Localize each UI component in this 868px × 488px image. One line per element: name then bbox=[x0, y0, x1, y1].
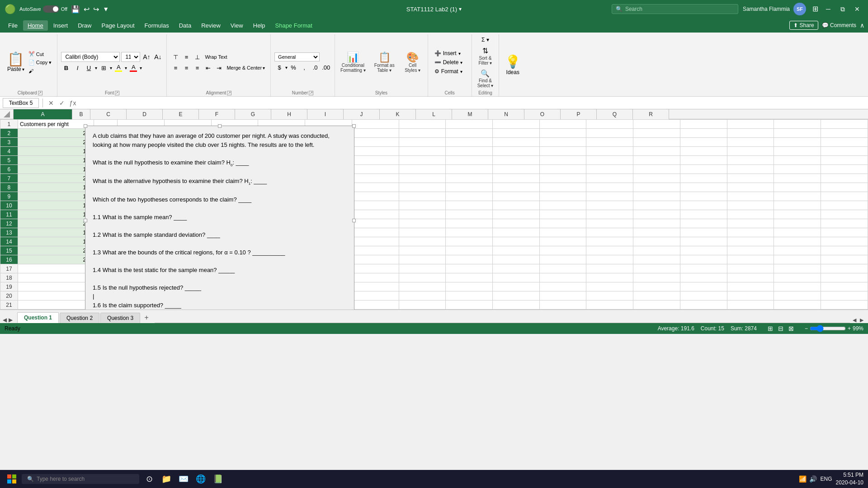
handle-ml[interactable] bbox=[84, 219, 87, 222]
cell-j5[interactable] bbox=[446, 156, 493, 165]
cell-a7[interactable]: 210 bbox=[18, 174, 94, 183]
cell-n10[interactable] bbox=[633, 201, 680, 210]
cell-k5[interactable] bbox=[493, 156, 540, 165]
row-num-15[interactable]: 15 bbox=[0, 246, 18, 255]
cell-k14[interactable] bbox=[493, 237, 540, 246]
cell-r16[interactable] bbox=[821, 255, 868, 264]
scroll-tabs-right[interactable]: ▶ bbox=[9, 317, 13, 323]
cell-a21[interactable] bbox=[18, 300, 94, 310]
align-center-button[interactable]: ≡ bbox=[181, 63, 191, 73]
undo-icon[interactable]: ↩ bbox=[84, 5, 90, 14]
number-expand[interactable]: ↗ bbox=[309, 91, 313, 95]
cell-l16[interactable] bbox=[539, 255, 586, 264]
cell-m15[interactable] bbox=[586, 246, 633, 255]
cell-o14[interactable] bbox=[680, 237, 727, 246]
cell-j18[interactable] bbox=[446, 273, 493, 282]
add-sheet-button[interactable]: + bbox=[141, 312, 152, 323]
textbox-overlay[interactable]: A club claims that they have an average … bbox=[85, 126, 354, 310]
cell-j8[interactable] bbox=[446, 183, 493, 192]
cell-i7[interactable] bbox=[399, 174, 446, 183]
cell-q21[interactable] bbox=[774, 300, 821, 310]
cell-p16[interactable] bbox=[727, 255, 774, 264]
cell-r5[interactable] bbox=[821, 156, 868, 165]
cell-r13[interactable] bbox=[821, 228, 868, 237]
cell-n21[interactable] bbox=[633, 300, 680, 310]
cell-p11[interactable] bbox=[727, 210, 774, 219]
cell-j11[interactable] bbox=[446, 210, 493, 219]
cell-m3[interactable] bbox=[586, 138, 633, 147]
cell-m20[interactable] bbox=[586, 291, 633, 300]
cell-r17[interactable] bbox=[821, 264, 868, 273]
cell-r10[interactable] bbox=[821, 201, 868, 210]
restore-button[interactable]: ⧉ bbox=[836, 3, 849, 15]
cell-h2[interactable] bbox=[352, 129, 399, 138]
cell-r9[interactable] bbox=[821, 192, 868, 201]
cell-h12[interactable] bbox=[352, 219, 399, 228]
cell-i11[interactable] bbox=[399, 210, 446, 219]
cell-a17[interactable] bbox=[18, 264, 94, 273]
cell-j16[interactable] bbox=[446, 255, 493, 264]
cell-k12[interactable] bbox=[493, 219, 540, 228]
cancel-formula-button[interactable]: ✕ bbox=[47, 99, 56, 107]
insert-function-button[interactable]: ƒx bbox=[68, 99, 77, 107]
cell-l6[interactable] bbox=[539, 165, 586, 174]
ideas-button[interactable]: 💡 Ideas bbox=[503, 52, 523, 77]
cell-q8[interactable] bbox=[774, 183, 821, 192]
page-break-view-button[interactable]: ⊠ bbox=[787, 324, 796, 333]
cell-h18[interactable] bbox=[352, 273, 399, 282]
align-bottom-button[interactable]: ⊥ bbox=[192, 52, 202, 62]
col-header-d[interactable]: D bbox=[127, 109, 163, 119]
cell-k1[interactable] bbox=[493, 120, 540, 129]
increase-decimal-button[interactable]: .00 bbox=[321, 63, 331, 73]
cell-q11[interactable] bbox=[774, 210, 821, 219]
cell-q14[interactable] bbox=[774, 237, 821, 246]
cell-j20[interactable] bbox=[446, 291, 493, 300]
cell-p8[interactable] bbox=[727, 183, 774, 192]
wrap-text-button[interactable]: Wrap Text bbox=[203, 52, 229, 62]
fill-color-dropdown[interactable]: ▾ bbox=[125, 66, 127, 70]
cell-r8[interactable] bbox=[821, 183, 868, 192]
cell-m7[interactable] bbox=[586, 174, 633, 183]
cell-h21[interactable] bbox=[352, 300, 399, 310]
cell-l18[interactable] bbox=[539, 273, 586, 282]
cell-a20[interactable] bbox=[18, 291, 94, 300]
col-header-e[interactable]: E bbox=[163, 109, 199, 119]
cell-j7[interactable] bbox=[446, 174, 493, 183]
delete-button[interactable]: ➖ Delete ▾ bbox=[432, 58, 468, 66]
cell-o11[interactable] bbox=[680, 210, 727, 219]
col-header-c[interactable]: C bbox=[90, 109, 127, 119]
cell-m16[interactable] bbox=[586, 255, 633, 264]
currency-dropdown[interactable]: ▾ bbox=[285, 65, 288, 70]
cell-p12[interactable] bbox=[727, 219, 774, 228]
handle-tr[interactable] bbox=[352, 124, 356, 128]
row-num-9[interactable]: 9 bbox=[0, 192, 18, 201]
cell-a12[interactable]: 223 bbox=[18, 219, 94, 228]
cell-l3[interactable] bbox=[539, 138, 586, 147]
cell-k7[interactable] bbox=[493, 174, 540, 183]
cell-p14[interactable] bbox=[727, 237, 774, 246]
row-num-10[interactable]: 10 bbox=[0, 201, 18, 210]
col-header-a[interactable]: A bbox=[14, 109, 72, 119]
align-top-button[interactable]: ⊤ bbox=[170, 52, 180, 62]
excel-taskbar-button[interactable]: 📗 bbox=[211, 472, 225, 486]
cell-o6[interactable] bbox=[680, 165, 727, 174]
menu-shape-format[interactable]: Shape Format bbox=[271, 20, 317, 31]
row-num-18[interactable]: 18 bbox=[0, 273, 18, 282]
cell-q7[interactable] bbox=[774, 174, 821, 183]
cell-p21[interactable] bbox=[727, 300, 774, 310]
autosave-toggle[interactable]: AutoSave Off bbox=[19, 5, 67, 13]
conditional-formatting-button[interactable]: 📊 ConditionalFormatting ▾ bbox=[339, 51, 368, 74]
cell-i6[interactable] bbox=[399, 165, 446, 174]
cell-a5[interactable]: 192 bbox=[18, 156, 94, 165]
cell-h16[interactable] bbox=[352, 255, 399, 264]
cell-i3[interactable] bbox=[399, 138, 446, 147]
cell-i20[interactable] bbox=[399, 291, 446, 300]
cell-k3[interactable] bbox=[493, 138, 540, 147]
cell-o18[interactable] bbox=[680, 273, 727, 282]
cell-l21[interactable] bbox=[539, 300, 586, 310]
italic-button[interactable]: I bbox=[72, 63, 82, 73]
cell-n2[interactable] bbox=[633, 129, 680, 138]
comma-button[interactable]: , bbox=[299, 63, 309, 73]
cell-m13[interactable] bbox=[586, 228, 633, 237]
cell-m12[interactable] bbox=[586, 219, 633, 228]
